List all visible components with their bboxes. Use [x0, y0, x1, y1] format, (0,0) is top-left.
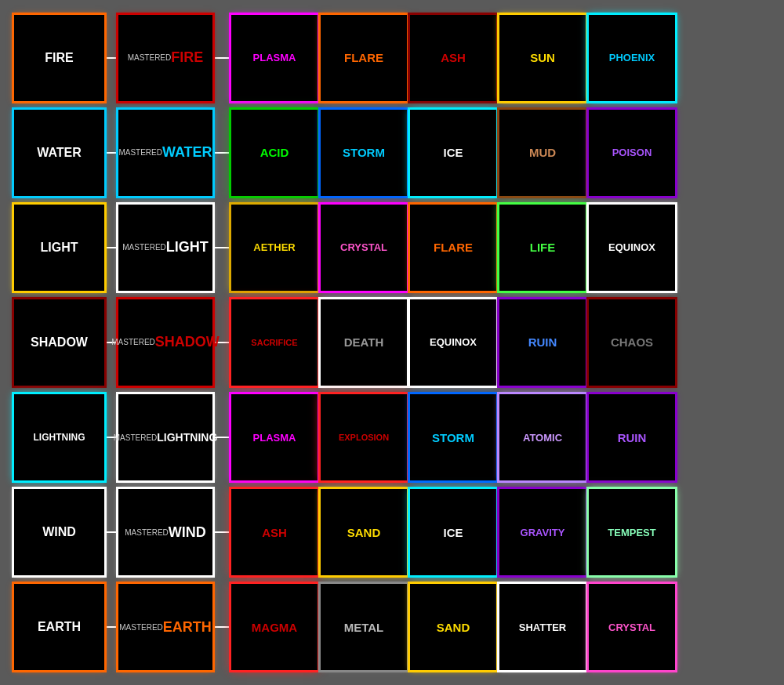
evolution-1-wind-row: SAND — [321, 489, 407, 575]
connector-line-2 — [212, 57, 230, 59]
base-element-lightning-row: LIGHTNING — [14, 394, 104, 480]
evolution-2-fire-row: ASH — [410, 15, 496, 101]
base-element-fire-row: FIRE — [14, 15, 104, 101]
evolution-4-water-row: POISON — [589, 110, 675, 196]
evolution-4-earth-row: CRYSTAL — [589, 584, 675, 670]
earth-row: EARTHMASTEREDEARTHMAGMAMETALSANDSHATTERC… — [14, 582, 770, 673]
evolution-3-lightning-row: ATOMIC — [499, 394, 586, 480]
evolution-2-wind-row: ICE — [410, 489, 496, 575]
evolution-4-lightning-row: RUIN — [589, 394, 675, 480]
evolution-3-earth-row: SHATTER — [499, 584, 586, 670]
evolution-3-light-row: LIFE — [499, 205, 586, 291]
connector-line-2 — [212, 152, 230, 154]
evolution-1-lightning-row: EXPLOSION — [321, 394, 407, 480]
base-element-earth-row: EARTH — [14, 584, 104, 670]
mastered-element-lightning-row: MASTEREDLIGHTNING — [118, 394, 212, 480]
fire-row: FIREMASTEREDFIREPLASMAFLAREASHSUNPHOENIX — [14, 12, 770, 103]
wind-row: WINDMASTEREDWINDASHSANDICEGRAVITYTEMPEST — [14, 487, 770, 578]
evolution-0-earth-row: MAGMA — [231, 584, 318, 670]
mastered-element-fire-row: MASTEREDFIRE — [118, 15, 212, 101]
connector-line — [104, 152, 118, 154]
connector-line-2 — [212, 626, 230, 628]
evolution-3-wind-row: GRAVITY — [499, 489, 586, 575]
element-chart: FIREMASTEREDFIREPLASMAFLAREASHSUNPHOENIX… — [8, 5, 776, 680]
evolution-1-shadow-row: DEATH — [321, 299, 407, 386]
evolution-3-water-row: MUD — [499, 110, 586, 196]
connector-line — [104, 531, 118, 533]
evolution-0-wind-row: ASH — [231, 489, 318, 575]
mastered-element-earth-row: MASTEREDEARTH — [118, 584, 212, 670]
mastered-element-water-row: MASTEREDWATER — [118, 110, 212, 196]
evolution-3-fire-row: SUN — [499, 15, 586, 101]
evolution-1-light-row: CRYSTAL — [321, 205, 407, 291]
connector-line — [104, 57, 118, 59]
base-element-shadow-row: SHADOW — [14, 299, 104, 386]
evolution-2-earth-row: SAND — [410, 584, 496, 670]
evolution-1-earth-row: METAL — [321, 584, 407, 670]
light-row: LIGHTMASTEREDLIGHTAETHERCRYSTALFLARELIFE… — [14, 201, 770, 293]
evolution-3-shadow-row: RUIN — [499, 299, 586, 386]
mastered-element-wind-row: MASTEREDWIND — [118, 489, 212, 575]
base-element-light-row: LIGHT — [14, 205, 104, 291]
evolution-4-fire-row: PHOENIX — [589, 15, 675, 101]
evolution-2-shadow-row: EQUINOX — [410, 299, 496, 386]
evolution-0-water-row: ACID — [231, 110, 318, 196]
evolution-4-light-row: EQUINOX — [589, 205, 675, 291]
evolution-2-water-row: ICE — [410, 110, 496, 196]
evolution-1-fire-row: FLARE — [321, 15, 407, 101]
connector-line — [104, 247, 118, 248]
connector-line-2 — [212, 247, 230, 248]
evolution-4-shadow-row: CHAOS — [589, 299, 675, 386]
shadow-row: SHADOWMASTEREDSHADOWSACRIFICEDEATHEQUINO… — [14, 296, 770, 388]
base-element-water-row: WATER — [14, 110, 104, 196]
mastered-element-shadow-row: MASTEREDSHADOW — [118, 299, 212, 386]
lightning-row: LIGHTNINGMASTEREDLIGHTNINGPLASMAEXPLOSIO… — [14, 392, 770, 484]
evolution-4-wind-row: TEMPEST — [589, 489, 675, 575]
water-row: WATERMASTEREDWATERACIDSTORMICEMUDPOISON — [14, 107, 770, 198]
evolution-0-light-row: AETHER — [231, 205, 318, 291]
evolution-0-shadow-row: SACRIFICE — [231, 299, 318, 386]
evolution-2-lightning-row: STORM — [410, 394, 496, 480]
connector-line — [104, 626, 118, 628]
base-element-wind-row: WIND — [14, 489, 104, 575]
evolution-0-fire-row: PLASMA — [231, 15, 318, 101]
evolution-2-light-row: FLARE — [410, 205, 496, 291]
mastered-element-light-row: MASTEREDLIGHT — [118, 205, 212, 291]
evolution-1-water-row: STORM — [321, 110, 407, 196]
connector-line-2 — [212, 531, 230, 533]
evolution-0-lightning-row: PLASMA — [231, 394, 318, 480]
